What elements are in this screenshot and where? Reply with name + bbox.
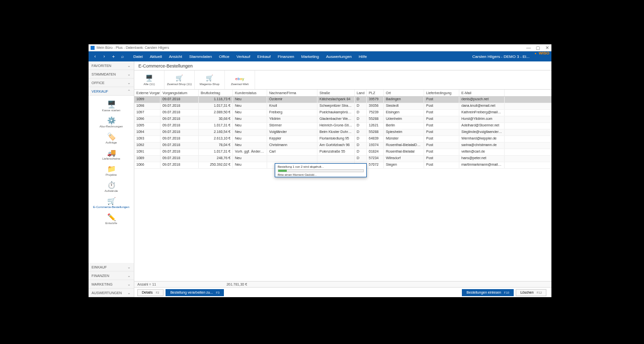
table-cell: Carl bbox=[267, 149, 317, 155]
menu-marketing[interactable]: Marketing bbox=[298, 54, 323, 59]
column-header[interactable]: Lieferbedingung bbox=[424, 90, 459, 96]
column-header[interactable]: Nachname/Firma bbox=[267, 90, 317, 96]
column-header[interactable]: Land bbox=[355, 90, 367, 96]
sidebar-section-favoriten[interactable]: FAVORITEN⌄ bbox=[89, 61, 134, 70]
menu-stammdaten[interactable]: Stammdaten bbox=[186, 54, 215, 59]
column-header[interactable]: Ort bbox=[384, 90, 424, 96]
table-cell: 64839 bbox=[367, 136, 384, 142]
menu-office[interactable]: Office bbox=[215, 54, 233, 59]
table-row[interactable]: 109909.07.20181.116,73 €NeuÖzdemirKätche… bbox=[134, 97, 551, 103]
sidebar-item-entw-rfe[interactable]: ✏️Entwürfe bbox=[89, 211, 134, 227]
table-row[interactable]: 109409.07.20182.160,54 €NeuVoigtländerBe… bbox=[134, 129, 551, 136]
table-row[interactable]: 109609.07.201830,68 €NeuYildirimGladenba… bbox=[134, 116, 551, 123]
table-cell: Beim Kloster Dohren 30a bbox=[317, 129, 355, 135]
column-header[interactable]: Bruttobetrag bbox=[199, 90, 233, 96]
table-cell: Neu bbox=[233, 162, 267, 168]
sidebar-item-label: Abo-Rechnungen bbox=[100, 125, 123, 128]
menu-einkauf[interactable]: Einkauf bbox=[254, 54, 274, 59]
sidebar-item-lieferscheine[interactable]: 🚚Lieferscheine bbox=[89, 146, 134, 162]
sidebar-item-e-commerce-bestellungen[interactable]: 🛒E-Commerce-Bestellungen bbox=[89, 194, 134, 211]
progress-dialog: Bestellung 1 von 2 wird abgeholt... Bitt… bbox=[275, 163, 367, 177]
table-cell: Polenzstraße 55 bbox=[317, 149, 355, 155]
sidebar-section-einkauf[interactable]: EINKAUF⌄ bbox=[89, 263, 134, 271]
row-count: Anzahl = 11 bbox=[137, 283, 156, 286]
sidebar-item-abo-rechnungen[interactable]: ⚙️Abo-Rechnungen bbox=[89, 114, 134, 130]
shop-tab-3[interactable]: ebayZweirad-Welt bbox=[225, 71, 255, 89]
column-header[interactable]: E-Mail bbox=[459, 90, 505, 96]
user-label[interactable]: Carsten Hilgers - DEMO 3 - Ei... bbox=[472, 54, 530, 59]
table-cell: Eisingen bbox=[384, 110, 424, 116]
table-cell bbox=[317, 156, 355, 162]
sidebar-item-auftr-ge[interactable]: 🏷️Aufträge bbox=[89, 130, 134, 146]
forward-button[interactable]: › bbox=[100, 52, 109, 61]
menu-verkauf[interactable]: Verkauf bbox=[233, 54, 254, 59]
add-button[interactable]: ＋ bbox=[109, 52, 118, 61]
column-header[interactable]: Externe Vorgar bbox=[134, 90, 160, 96]
table-cell: 1.017,31 € bbox=[199, 103, 233, 109]
shop-tab-1[interactable]: 🛒Zweirad-Shop (11) bbox=[165, 71, 195, 89]
table-cell: martinmarkmann@mail.com bbox=[459, 162, 505, 168]
menu-ansicht[interactable]: Ansicht bbox=[166, 54, 186, 59]
sidebar-item-aufw-nde[interactable]: ⏱️Aufwände bbox=[89, 178, 134, 194]
column-header[interactable]: Kundenstatus bbox=[233, 90, 267, 96]
status-bar: Anzahl = 11 261.781,30 € bbox=[134, 281, 551, 287]
sidebar-item-projekte[interactable]: 📁Projekte bbox=[89, 162, 134, 178]
column-header[interactable]: Vorgangsdatum bbox=[160, 90, 199, 96]
menu-auswertungen[interactable]: Auswertungen bbox=[323, 54, 355, 59]
table-cell: D bbox=[355, 123, 367, 129]
menu-datei[interactable]: Datei bbox=[130, 54, 146, 59]
table-cell: Horst@Yildirim.com bbox=[459, 116, 505, 122]
chevron-down-icon: ⌄ bbox=[127, 63, 131, 68]
table-cell: Neu bbox=[233, 156, 267, 162]
table-row[interactable]: 109709.07.20182.089,50 €NeuFreibergPoelc… bbox=[134, 110, 551, 116]
details-button[interactable]: DetailsF2 bbox=[137, 289, 164, 296]
menu-hilfe[interactable]: Hilfe bbox=[355, 54, 370, 59]
sidebar-section-verkauf[interactable]: VERKAUF⌃ bbox=[89, 87, 134, 96]
table-cell: Udenheim bbox=[384, 116, 424, 122]
table-cell: Post bbox=[424, 156, 459, 162]
table-cell: Neu bbox=[233, 116, 267, 122]
sidebar-section-finanzen[interactable]: FINANZEN⌄ bbox=[89, 271, 134, 280]
table-cell: Sieglinde@voigtlaender.de bbox=[459, 129, 505, 135]
column-header[interactable]: Straße bbox=[317, 90, 355, 96]
search-button[interactable]: ⌕ bbox=[118, 52, 127, 61]
table-cell: 30,68 € bbox=[199, 116, 233, 122]
table-cell: denis@pusch.net bbox=[459, 97, 505, 103]
chevron-down-icon: ⌄ bbox=[127, 72, 131, 77]
shop-tab-2[interactable]: 🛒Magento-Shop bbox=[195, 71, 225, 89]
table-cell: Neu bbox=[233, 123, 267, 129]
back-button[interactable]: ‹ bbox=[91, 52, 100, 61]
sidebar-section-auswertungen[interactable]: AUSWERTUNGEN⌄ bbox=[89, 289, 134, 297]
sidebar-section-stammdaten[interactable]: STAMMDATEN⌄ bbox=[89, 70, 134, 79]
table-row[interactable]: 109209.07.201878,04 €NeuChristmannAm Gor… bbox=[134, 143, 551, 149]
table-cell: D bbox=[355, 149, 367, 155]
sidebar-item-kasse-starten[interactable]: 🖥️Kasse starten bbox=[89, 98, 134, 114]
table-cell: Post bbox=[424, 136, 459, 142]
table-cell: 1099 bbox=[134, 97, 160, 103]
table-cell: 2.613,10 € bbox=[199, 136, 233, 142]
sum-total: 261.781,30 € bbox=[226, 283, 247, 286]
sidebar-section-marketing[interactable]: MARKETING⌄ bbox=[89, 280, 134, 289]
shop-tab-0[interactable]: 🖥️Alle (11) bbox=[134, 71, 165, 89]
delete-button[interactable]: LöschenF12 bbox=[516, 289, 546, 296]
table-cell: 248,76 € bbox=[199, 156, 233, 162]
import-orders-button[interactable]: Bestellungen einlesenF10 bbox=[462, 289, 514, 296]
column-header[interactable]: PLZ bbox=[367, 90, 384, 96]
table-cell: D bbox=[355, 143, 367, 149]
table-row[interactable]: 109509.07.20181.017,31 €NeuStörmerHeinri… bbox=[134, 123, 551, 129]
menu-finanzen[interactable]: Finanzen bbox=[274, 54, 298, 59]
table-cell: 2.089,50 € bbox=[199, 110, 233, 116]
table-cell: Post bbox=[424, 143, 459, 149]
menu-aktuell[interactable]: Aktuell bbox=[146, 54, 166, 59]
sidebar-section-office[interactable]: OFFICE⌄ bbox=[89, 79, 134, 87]
table-cell: Neu bbox=[233, 143, 267, 149]
table-row[interactable]: 109809.07.20181.017,31 €NeuKnollSchwepni… bbox=[134, 103, 551, 110]
table-cell: Poelchaukampbrücke 18 bbox=[317, 110, 355, 116]
table-row[interactable]: 108909.07.2018248,76 €NeuD57234Wilnsdorf… bbox=[134, 156, 551, 162]
table-row[interactable]: 109309.07.20182.613,10 €NeuKepplerFloria… bbox=[134, 136, 551, 143]
process-order-button[interactable]: Bestellung verarbeiten zu...F3 bbox=[166, 289, 224, 296]
sidebar-icon: 🛒 bbox=[106, 196, 116, 205]
table-row[interactable]: 109109.07.20181.017,31 €Vorh. ggf. Änder… bbox=[134, 149, 551, 156]
table-cell: Adelhard@Stoermer.net bbox=[459, 123, 505, 129]
sidebar-item-label: Aufwände bbox=[105, 189, 118, 192]
